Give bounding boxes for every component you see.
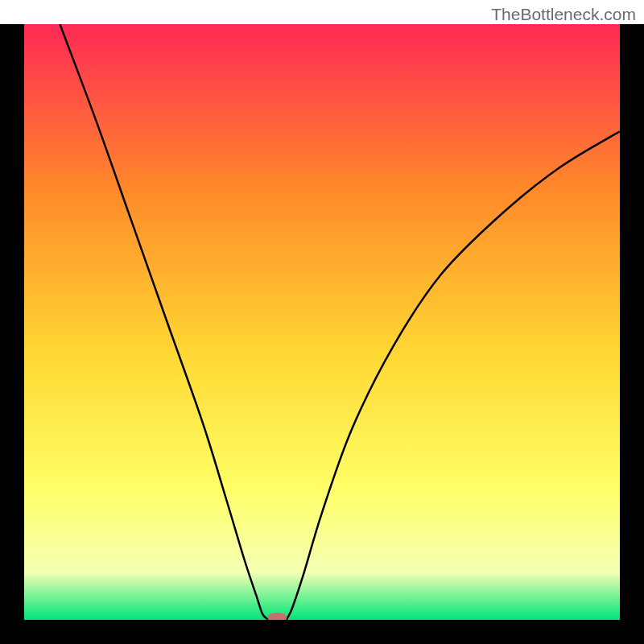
svg-rect-3 <box>0 0 24 644</box>
chart-container <box>0 0 644 644</box>
watermark-text: TheBottleneck.com <box>491 5 636 24</box>
svg-rect-4 <box>620 24 644 644</box>
svg-rect-1 <box>24 24 620 620</box>
bottleneck-curve-chart <box>0 0 644 644</box>
svg-rect-5 <box>0 620 644 644</box>
